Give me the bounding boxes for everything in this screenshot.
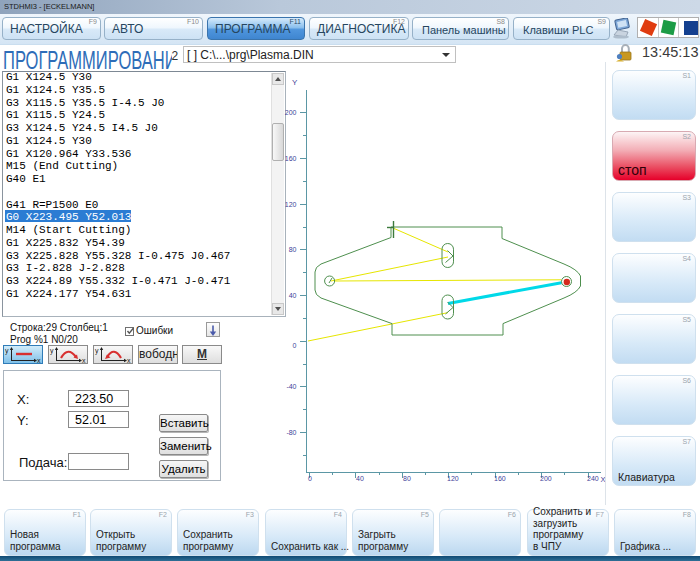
svg-text:-80: -80 xyxy=(286,429,296,436)
svg-text:200: 200 xyxy=(285,109,297,116)
svg-text:0: 0 xyxy=(293,342,297,349)
svg-text:120: 120 xyxy=(447,475,459,482)
svg-text:120: 120 xyxy=(285,201,297,208)
svg-text:y: y xyxy=(95,347,99,355)
svg-text:y: y xyxy=(50,347,54,355)
svg-text:y: y xyxy=(5,347,9,355)
svg-text:Y: Y xyxy=(292,78,298,87)
svg-text:80: 80 xyxy=(403,475,411,482)
svg-text:40: 40 xyxy=(356,475,364,482)
svg-text:x: x xyxy=(82,357,86,363)
svg-text:-40: -40 xyxy=(286,383,296,390)
svg-text:40: 40 xyxy=(289,292,297,299)
svg-text:80: 80 xyxy=(289,246,297,253)
svg-text:160: 160 xyxy=(285,155,297,162)
svg-text:160: 160 xyxy=(494,475,506,482)
svg-text:x: x xyxy=(37,357,41,363)
svg-text:x: x xyxy=(127,357,131,363)
svg-text:200: 200 xyxy=(540,475,552,482)
svg-text:0: 0 xyxy=(308,475,312,482)
svg-text:240: 240 xyxy=(587,475,599,482)
